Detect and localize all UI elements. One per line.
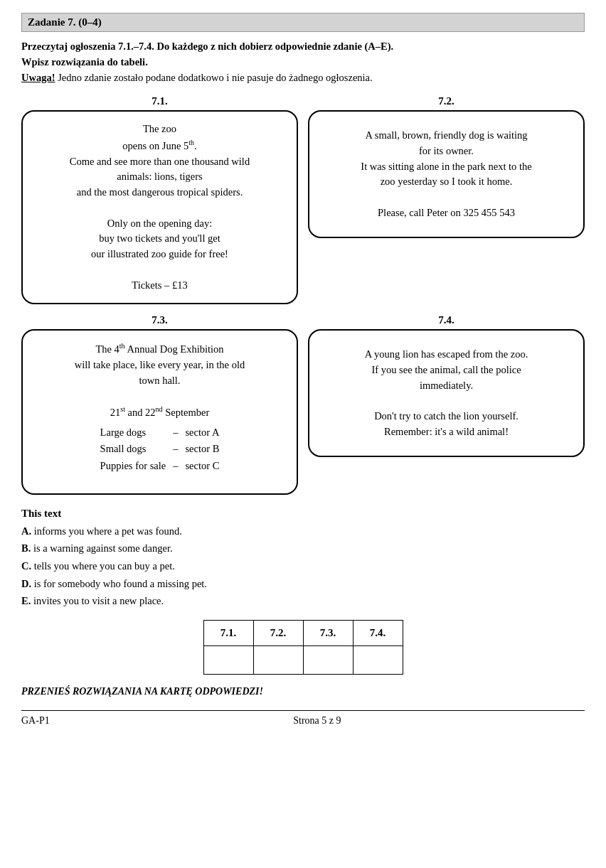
announcement-cell-72: 7.2. A small, brown, friendly dog is wai… (308, 95, 585, 304)
option-d-letter: D. (21, 578, 31, 589)
sector-value3: sector C (182, 459, 222, 474)
option-a: A. informs you where a pet was found. (21, 523, 585, 540)
transfer-note: Przenieś rozwiązania na kartę odpowiedzi… (21, 686, 585, 697)
option-c-text: tells you where you can buy a pet. (34, 560, 175, 572)
option-c-letter: C. (21, 560, 31, 572)
this-text-label: This text (21, 508, 585, 520)
sector-label3: Puppies for sale (97, 459, 169, 474)
sector-value1: sector A (182, 425, 222, 441)
instruction-line3-prefix: Uwaga! (21, 72, 55, 83)
option-e-text: invites you to visit a new place. (33, 595, 164, 606)
announcement-cell-71: 7.1. The zoo opens on June 5th. Come and… (21, 95, 298, 304)
answer-table-header-74: 7.4. (353, 620, 403, 645)
sector-value2: sector B (182, 441, 222, 457)
announcement-content-72: A small, brown, friendly dog is waiting … (321, 128, 572, 221)
answer-cell-73[interactable] (303, 645, 353, 674)
announcement-number-74: 7.4. (438, 314, 455, 326)
answer-table-header-72: 7.2. (253, 620, 303, 645)
answer-table-header-71: 7.1. (203, 620, 253, 645)
announcement-content-71: The zoo opens on June 5th. Come and see … (34, 122, 285, 293)
instruction-line1: Przeczytaj ogłoszenia 7.1.–7.4. Do każde… (21, 41, 393, 52)
answer-table: 7.1. 7.2. 7.3. 7.4. (203, 620, 403, 675)
option-b-letter: B. (21, 542, 31, 554)
announcement-box-72: A small, brown, friendly dog is waiting … (308, 110, 585, 238)
sector-dash3: – (170, 459, 181, 474)
instruction-line3-rest: Jedno zdanie zostało podane dodatkowo i … (55, 72, 373, 83)
footer-center: Strona 5 z 9 (293, 715, 341, 727)
answer-table-container: 7.1. 7.2. 7.3. 7.4. (21, 620, 585, 675)
option-c: C. tells you where you can buy a pet. (21, 557, 585, 575)
announcement-cell-74: 7.4. A young lion has escaped from the z… (308, 314, 585, 494)
announcement-number-71: 7.1. (152, 95, 168, 107)
answer-cell-72[interactable] (253, 645, 303, 674)
announcement-cell-73: 7.3. The 4th Annual Dog Exhibition will … (21, 314, 298, 494)
announcement-number-73: 7.3. (152, 314, 168, 326)
footer-left: GA-P1 (21, 715, 50, 727)
option-b: B. is a warning against some danger. (21, 540, 585, 557)
sector-label1: Large dogs (97, 425, 169, 441)
task-title: Zadanie 7. (0–4) (28, 16, 102, 28)
sectors-table: Large dogs – sector A Small dogs – secto… (96, 424, 224, 476)
announcement-box-73: The 4th Annual Dog Exhibition will take … (21, 329, 298, 494)
answer-cell-71[interactable] (203, 645, 253, 674)
announcements-grid: 7.1. The zoo opens on June 5th. Come and… (21, 95, 585, 494)
answer-table-header-73: 7.3. (303, 620, 353, 645)
task-instructions: Przeczytaj ogłoszenia 7.1.–7.4. Do każde… (21, 39, 585, 85)
announcement-number-72: 7.2. (438, 95, 455, 107)
announcement-box-74: A young lion has escaped from the zoo. I… (308, 329, 585, 457)
announcement-content-73: The 4th Annual Dog Exhibition will take … (34, 341, 285, 483)
sector-dash1: – (170, 425, 181, 441)
answer-section: This text A. informs you where a pet was… (21, 508, 585, 610)
option-d: D. is for somebody who found a missing p… (21, 575, 585, 593)
option-e: E. invites you to visit a new place. (21, 592, 585, 610)
announcement-box-71: The zoo opens on June 5th. Come and see … (21, 110, 298, 304)
option-d-text: is for somebody who found a missing pet. (34, 578, 207, 589)
option-e-letter: E. (21, 595, 31, 606)
task-header: Zadanie 7. (0–4) (21, 13, 585, 32)
answer-cell-74[interactable] (353, 645, 403, 674)
sector-dash2: – (170, 441, 181, 457)
option-a-letter: A. (21, 525, 31, 537)
option-b-text: is a warning against some danger. (33, 542, 173, 554)
option-a-text: informs you where a pet was found. (34, 525, 182, 537)
sector-label2: Small dogs (97, 441, 169, 457)
footer-bar: GA-P1 Strona 5 z 9 (21, 710, 585, 727)
announcement-content-74: A young lion has escaped from the zoo. I… (321, 347, 572, 440)
instruction-line2: Wpisz rozwiązania do tabeli. (21, 56, 148, 68)
